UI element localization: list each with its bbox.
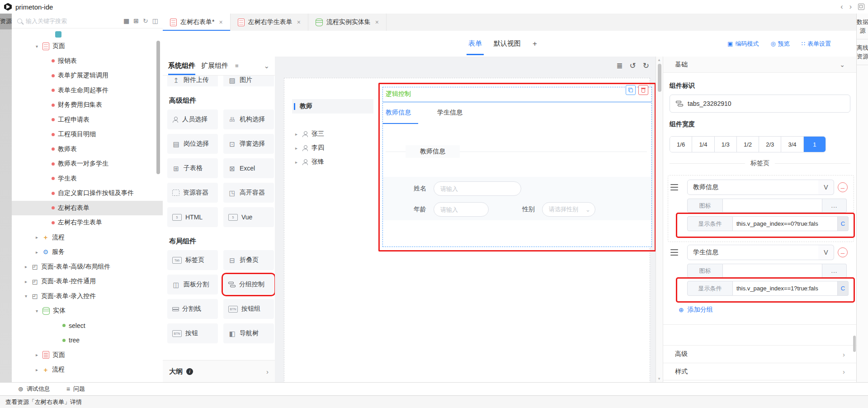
search-input[interactable] — [25, 17, 121, 25]
add-group-button[interactable]: ⊕ 添加分组 — [679, 306, 713, 314]
outline-footer[interactable]: 大纲 i › — [163, 360, 275, 382]
tree-item-services[interactable]: ▸⚙服务 — [12, 245, 163, 260]
component-tab-student-info[interactable]: 学生信息 — [437, 109, 462, 117]
properties-scrollbar[interactable] — [853, 336, 856, 352]
undo-icon[interactable]: ↺ — [630, 61, 636, 71]
palette-item-subtable[interactable]: ⊞子表格 — [167, 158, 218, 178]
redo-icon[interactable]: ↻ — [643, 61, 649, 71]
width-option[interactable]: 1/4 — [692, 137, 714, 152]
palette-item-attachment-upload[interactable]: ↥附件上传 — [167, 76, 218, 86]
tree-item[interactable]: 教师表一对多学生 — [12, 157, 163, 171]
icon-field-value[interactable] — [723, 199, 822, 213]
close-icon[interactable]: × — [219, 19, 222, 26]
section-advanced[interactable]: 高级 › — [663, 345, 857, 363]
palette-item-panel-split[interactable]: ◫面板分割 — [167, 275, 218, 294]
caret-open-icon[interactable]: ▾ — [34, 44, 39, 49]
import-resource-icon[interactable]: ▦ — [123, 17, 129, 24]
canvas-scrollbar[interactable]: ▲ ▼ — [656, 57, 663, 382]
palette-item-code-container[interactable]: ◳高开容器 — [223, 183, 274, 203]
palette-item-collapse[interactable]: ⊟折叠页 — [223, 250, 274, 270]
delete-component-button[interactable] — [638, 85, 648, 95]
caret-closed-icon[interactable]: ▸ — [34, 235, 39, 240]
palette-item-tabs[interactable]: Tab标签页 — [167, 250, 218, 270]
palette-tab-extension[interactable]: 扩展组件 — [201, 62, 228, 70]
caret-open-icon[interactable]: ▾ — [24, 294, 28, 299]
caret-closed-icon[interactable]: ▸ — [34, 250, 39, 255]
debug-info-tab[interactable]: ⊚ 调试信息 — [18, 385, 50, 393]
sidebar-scrollbar[interactable] — [156, 41, 160, 174]
icon-more-button[interactable]: ... — [822, 264, 847, 278]
caret-open-icon[interactable]: ▾ — [34, 308, 39, 313]
dock-tab-resources[interactable]: 资源 — [0, 14, 12, 29]
tree-item[interactable]: 工程申请表 — [12, 113, 163, 128]
dock-tab-offline-resources[interactable]: 离线资源 — [857, 39, 868, 65]
tree-item-flows[interactable]: ▸+流程 — [12, 230, 163, 245]
palette-item-vue[interactable]: 5Vue — [223, 207, 274, 227]
caret-closed-icon[interactable]: ▸ — [34, 367, 39, 372]
nav-back-icon[interactable]: ‹ — [840, 3, 843, 11]
group-name-input[interactable] — [687, 245, 819, 260]
width-option-selected[interactable]: 1 — [804, 137, 826, 152]
icon-more-button[interactable]: ... — [822, 199, 847, 213]
palette-item-divider[interactable]: 分割线 — [167, 299, 218, 319]
tree-item[interactable]: select — [12, 318, 163, 333]
tree-item[interactable]: 自定义窗口操作按钮及事件 — [12, 186, 163, 201]
width-option[interactable]: 2/3 — [759, 137, 781, 152]
tree-item[interactable]: 学生表 — [12, 171, 163, 186]
canvas-tree-item[interactable]: ▸张锋 — [292, 158, 373, 166]
remove-group-icon[interactable]: – — [838, 182, 848, 192]
close-icon[interactable]: × — [297, 19, 301, 26]
tree-item[interactable]: 工程项目明细 — [12, 127, 163, 142]
condition-code-button[interactable]: C — [838, 281, 849, 296]
group-name-input[interactable] — [687, 180, 819, 195]
caret-closed-icon[interactable]: ▸ — [24, 264, 28, 269]
palette-item-resource-container[interactable]: 资源容器 — [167, 183, 218, 203]
width-option[interactable]: 1/6 — [670, 137, 692, 152]
collapse-all-icon[interactable]: ◫ — [152, 17, 158, 24]
tree-item[interactable]: 左树右学生表单 — [12, 215, 163, 230]
drag-handle-icon[interactable] — [670, 249, 678, 250]
palette-item-nav-tree[interactable]: ◧导航树 — [223, 323, 274, 343]
palette-item-group-control[interactable]: 分组控制 — [223, 275, 274, 294]
caret-closed-icon[interactable]: ▸ — [294, 160, 299, 165]
width-option[interactable]: 1/3 — [715, 137, 737, 152]
tree-item-entity[interactable]: ▾实体 — [12, 304, 163, 318]
canvas-tree-item[interactable]: ▸李四 — [292, 144, 373, 152]
caret-closed-icon[interactable]: ▸ — [34, 352, 39, 357]
group-control-component[interactable]: 逻辑控制 教师信息 学生信息 教师信息 姓名 年龄 性别 请选择性别 ⌄ — [382, 87, 652, 247]
scroll-down-icon[interactable]: ▼ — [657, 377, 661, 381]
component-tab-teacher-info[interactable]: 教师信息 — [386, 109, 411, 117]
caret-closed-icon[interactable]: ▸ — [294, 146, 299, 151]
palette-item-org-select[interactable]: 品机构选择 — [223, 109, 274, 129]
condition-field-value[interactable]: this.v_page_index==0?true:fals — [733, 216, 838, 231]
problems-tab[interactable]: ≡ 问题 — [66, 385, 85, 393]
outline-list-icon[interactable]: ≣ — [616, 61, 623, 71]
tree-item[interactable]: 表单生命周起事件 — [12, 83, 163, 98]
width-option[interactable]: 1/2 — [737, 137, 759, 152]
add-view-button[interactable]: + — [533, 39, 537, 48]
tab-form[interactable]: 表单 — [468, 39, 482, 48]
outline-expand-icon[interactable]: › — [266, 368, 269, 375]
condition-code-button[interactable]: C — [838, 216, 849, 231]
dock-tab-datasource[interactable]: 数据源 — [857, 14, 868, 39]
nav-forward-icon[interactable]: › — [849, 3, 852, 11]
editor-tab-entity-set[interactable]: 流程实例实体集 × — [308, 14, 387, 31]
tree-item-module[interactable]: ▾◰页面-表单-录入控件 — [12, 289, 163, 304]
new-folder-icon[interactable]: ⊞ — [133, 17, 139, 24]
remove-group-icon[interactable]: – — [838, 247, 848, 257]
drag-handle-icon[interactable] — [670, 184, 678, 185]
tree-item[interactable]: tree — [12, 333, 163, 348]
copy-component-button[interactable] — [626, 85, 636, 95]
tree-item[interactable]: 报销表 — [12, 54, 163, 69]
editor-tab-student-form[interactable]: 左树右学生表单 × — [231, 14, 308, 31]
tab-default-view[interactable]: 默认视图 — [494, 39, 521, 48]
age-input[interactable] — [434, 202, 489, 217]
scrollbar-thumb[interactable] — [658, 64, 661, 92]
preview-button[interactable]: ◎预览 — [770, 40, 789, 48]
palette-collapse-icon[interactable]: ⌄ — [264, 62, 269, 70]
name-input[interactable] — [434, 181, 521, 196]
width-option[interactable]: 3/4 — [781, 137, 803, 152]
palette-tab-system[interactable]: 系统组件 — [168, 62, 195, 70]
palette-item-image[interactable]: ▨图片 — [223, 76, 274, 86]
tree-item-clipped[interactable] — [12, 30, 163, 39]
